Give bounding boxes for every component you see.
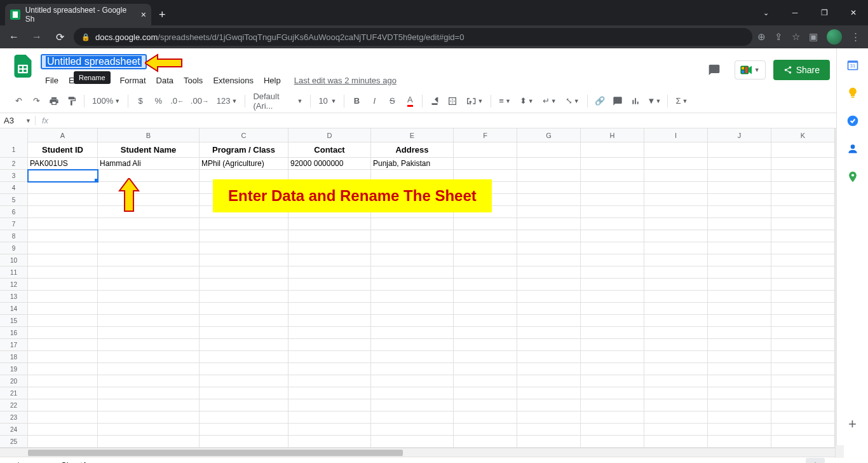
italic-button[interactable]: I	[366, 93, 383, 109]
cell[interactable]	[708, 387, 771, 399]
chrome-profile-avatar[interactable]	[827, 29, 842, 45]
cell[interactable]	[454, 327, 517, 339]
cell[interactable]	[288, 351, 371, 363]
cell[interactable]	[771, 242, 835, 254]
cell[interactable]	[771, 411, 835, 424]
cell[interactable]: PAK001US	[28, 158, 98, 170]
cell[interactable]	[581, 230, 644, 242]
menu-tools[interactable]: Tools	[179, 73, 207, 88]
cell[interactable]	[581, 351, 644, 363]
percent-button[interactable]: %	[150, 93, 166, 109]
cell[interactable]	[28, 279, 98, 291]
cell[interactable]	[517, 194, 581, 206]
cell[interactable]	[28, 436, 98, 448]
explore-button[interactable]	[806, 458, 825, 464]
column-header[interactable]: K	[771, 128, 835, 142]
cell[interactable]	[517, 158, 581, 170]
select-all-corner[interactable]	[0, 128, 28, 142]
cell[interactable]	[371, 399, 454, 411]
cell[interactable]	[371, 315, 454, 327]
cell[interactable]: 92000 0000000	[288, 158, 371, 170]
column-header[interactable]: I	[644, 128, 708, 142]
row-header[interactable]: 1	[0, 142, 28, 158]
cell[interactable]	[581, 194, 644, 206]
currency-button[interactable]: $	[132, 93, 149, 109]
cell[interactable]	[644, 387, 708, 399]
cell[interactable]	[371, 279, 454, 291]
cell[interactable]	[98, 254, 200, 266]
cell[interactable]	[454, 436, 517, 448]
cell[interactable]	[644, 339, 708, 351]
redo-button[interactable]: ↷	[28, 93, 44, 109]
cell[interactable]	[771, 279, 835, 291]
cell[interactable]	[644, 170, 708, 182]
cell[interactable]	[288, 339, 371, 351]
cell[interactable]	[708, 242, 771, 254]
cell[interactable]	[708, 254, 771, 266]
column-header[interactable]: H	[581, 128, 644, 142]
cell[interactable]	[771, 363, 835, 375]
cell[interactable]	[98, 206, 200, 218]
calendar-icon[interactable]: 31	[846, 59, 859, 71]
cell[interactable]	[454, 218, 517, 230]
cell[interactable]	[200, 411, 288, 424]
cell[interactable]	[581, 363, 644, 375]
cell[interactable]	[517, 303, 581, 315]
cell[interactable]	[98, 387, 200, 399]
cell[interactable]	[454, 339, 517, 351]
cell[interactable]	[288, 363, 371, 375]
cell[interactable]	[708, 218, 771, 230]
cell[interactable]	[28, 206, 98, 218]
cell[interactable]	[771, 170, 835, 182]
cell[interactable]	[581, 303, 644, 315]
comment-history-icon[interactable]	[702, 57, 727, 83]
cell[interactable]	[371, 363, 454, 375]
zoom-select[interactable]: 100%▼	[88, 96, 124, 106]
cell[interactable]	[581, 266, 644, 279]
cell[interactable]	[200, 387, 288, 399]
cell[interactable]	[200, 315, 288, 327]
cell[interactable]	[200, 351, 288, 363]
sheet-tab[interactable]: Sheet1▼	[53, 458, 104, 463]
cell[interactable]	[200, 363, 288, 375]
cell[interactable]	[517, 339, 581, 351]
column-header[interactable]: E	[371, 128, 454, 142]
panel-icon[interactable]: ▣	[809, 31, 818, 43]
cell[interactable]	[200, 399, 288, 411]
cell[interactable]	[644, 411, 708, 424]
cell[interactable]	[581, 327, 644, 339]
print-button[interactable]	[46, 93, 62, 109]
cell[interactable]	[98, 279, 200, 291]
cell[interactable]: MPhil (Agriculture)	[200, 158, 288, 170]
cell[interactable]	[644, 315, 708, 327]
cell[interactable]	[708, 375, 771, 387]
column-header[interactable]: D	[288, 128, 371, 142]
cell[interactable]	[708, 351, 771, 363]
cell[interactable]	[644, 142, 708, 158]
cell[interactable]	[644, 291, 708, 303]
cell[interactable]	[28, 182, 98, 194]
cell[interactable]	[98, 351, 200, 363]
cell[interactable]	[98, 230, 200, 242]
maps-icon[interactable]	[846, 170, 859, 183]
cell[interactable]	[771, 424, 835, 436]
cell[interactable]	[517, 266, 581, 279]
row-header[interactable]: 20	[0, 375, 28, 387]
font-size-select[interactable]: 10▼	[315, 96, 340, 106]
decrease-decimal-button[interactable]: .0←	[168, 93, 187, 109]
cell[interactable]	[200, 339, 288, 351]
cell[interactable]	[644, 363, 708, 375]
cell[interactable]	[581, 411, 644, 424]
row-header[interactable]: 24	[0, 424, 28, 436]
cell[interactable]	[771, 194, 835, 206]
cell[interactable]	[371, 242, 454, 254]
cell[interactable]	[200, 436, 288, 448]
cell[interactable]	[644, 303, 708, 315]
row-header[interactable]: 13	[0, 291, 28, 303]
cell[interactable]	[517, 279, 581, 291]
cell[interactable]	[454, 363, 517, 375]
wrap-button[interactable]: ↵▼	[539, 96, 560, 106]
add-sheet-button[interactable]: +	[10, 458, 27, 464]
all-sheets-button[interactable]: ≡	[32, 458, 48, 464]
cell[interactable]	[28, 194, 98, 206]
